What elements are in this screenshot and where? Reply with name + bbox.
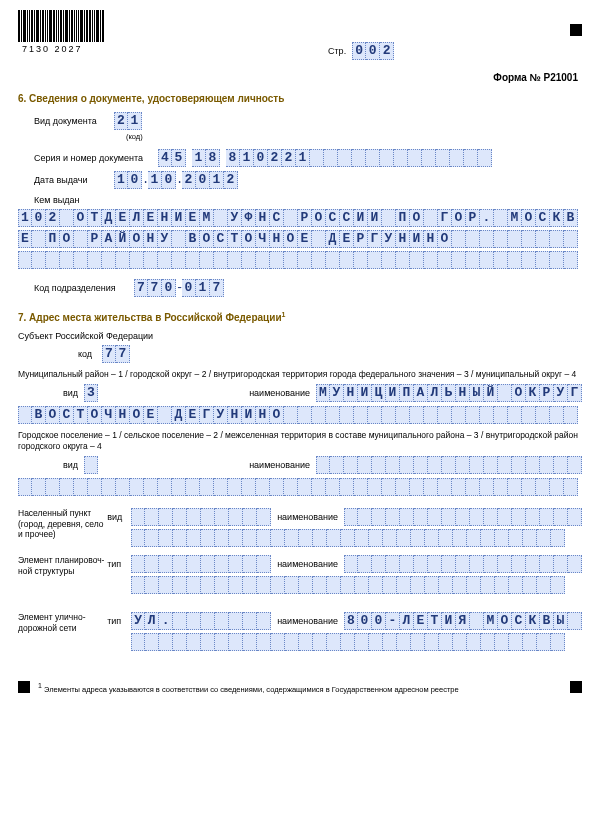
mun-note: Муниципальный район – 1 / городской окру…: [18, 369, 582, 380]
gor-note: Городское поселение – 1 / сельское посел…: [18, 430, 582, 452]
page-label: Стр.: [328, 46, 346, 56]
np-type-label: вид: [107, 512, 131, 522]
gor-name-label: наименование: [219, 460, 310, 470]
issue-date-label: Дата выдачи: [34, 175, 114, 185]
form-number: Форма № Р21001: [18, 72, 578, 83]
doc-type-label: Вид документа: [34, 116, 114, 126]
mun-type-label: вид: [18, 388, 84, 398]
plan-name-line1: [344, 555, 582, 573]
mun-name-line2: ВОСТОЧНОЕ ДЕГУНИНО: [18, 406, 582, 424]
street-name-label: наименование: [277, 616, 338, 626]
dept-code-label: Код подразделения: [34, 283, 134, 293]
section-7-title: 7. Адрес места жительства в Российской Ф…: [18, 311, 582, 323]
street-type-label: тип: [107, 616, 131, 626]
np-name-label: наименование: [277, 512, 338, 522]
plan-label: Элемент планировоч- ной структуры: [18, 555, 107, 575]
mun-name-label: наименование: [219, 388, 310, 398]
page-number: 002: [352, 42, 394, 60]
np-name-line1: [344, 508, 582, 526]
street-name-line1: 800-ЛЕТИЯ МОСКВЫ: [344, 612, 582, 630]
corner-marker-bottom-right: [570, 681, 582, 693]
mun-type: 3: [84, 384, 98, 402]
subject-code-label: код: [78, 349, 102, 359]
corner-marker-top: [570, 24, 582, 36]
mun-name-line1: МУНИЦИПАЛЬНЫЙ ОКРУГ: [316, 384, 582, 402]
plan-name-line2: [131, 576, 582, 594]
series-label: Серия и номер документа: [34, 153, 158, 163]
corner-marker-bottom-left: [18, 681, 30, 693]
street-label: Элемент улично- дорожной сети: [18, 612, 107, 632]
section-6-title: 6. Сведения о документе, удостоверяющем …: [18, 93, 582, 104]
np-name-line2: [131, 529, 582, 547]
issue-date-value: 10.10.2012: [114, 171, 238, 189]
street-name-line2: [131, 633, 582, 651]
doc-type-value: 21: [114, 112, 142, 130]
plan-type-label: тип: [107, 559, 131, 569]
gor-type: [84, 456, 98, 474]
issued-by-label: Кем выдан: [34, 195, 582, 205]
subject-code: 77: [102, 345, 130, 363]
barcode-number: 7130 2027: [22, 44, 83, 54]
np-type: [131, 508, 271, 526]
subject-title: Субъект Российской Федерации: [18, 331, 582, 341]
issued-by-line2: Е ПО РАЙОНУ ВОСТОЧНОЕ ДЕРГУНИНО: [18, 230, 582, 248]
np-label: Населенный пункт (город, деревня, село и…: [18, 508, 107, 539]
plan-type: [131, 555, 271, 573]
gor-type-label: вид: [18, 460, 84, 470]
gor-name-line2: [18, 478, 582, 496]
issued-by-line1: 102 ОТДЕЛЕНИЕМ УФНС РОССИИ ПО ГОР. МОСКВ: [18, 209, 582, 227]
street-type: УЛ.: [131, 612, 271, 630]
dept-code-value: 770-017: [134, 279, 224, 297]
footnote: 1 Элементы адреса указываются в соответс…: [38, 682, 570, 694]
gor-name-line1: [316, 456, 582, 474]
issued-by-line3: [18, 251, 582, 269]
plan-name-label: наименование: [277, 559, 338, 569]
barcode: 7130 2027: [18, 10, 104, 54]
series-value: 45 18 810221: [158, 149, 492, 167]
doc-type-sub: (код): [126, 132, 582, 141]
